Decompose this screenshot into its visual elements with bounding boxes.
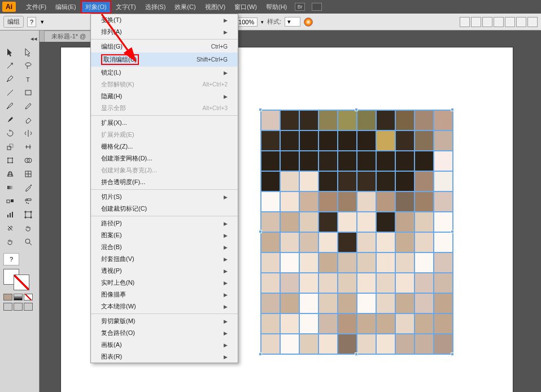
mosaic-cell[interactable] [357, 273, 376, 293]
menu-item-画板(A)[interactable]: 画板(A)▶ [91, 339, 238, 351]
mosaic-cell[interactable] [395, 252, 415, 273]
menu-item-变换(T)[interactable]: 变换(T)▶ [91, 14, 238, 26]
selection-handle[interactable] [259, 108, 262, 111]
mosaic-cell[interactable] [261, 191, 280, 212]
menu-选择(S)[interactable]: 选择(S) [141, 1, 171, 14]
menu-item-编组(G)[interactable]: 编组(G)Ctrl+G [91, 41, 238, 53]
mosaic-cell[interactable] [338, 334, 357, 354]
mosaic-cell[interactable] [280, 130, 299, 151]
mosaic-cell[interactable] [357, 191, 376, 212]
mosaic-cell[interactable] [338, 252, 357, 273]
mosaic-cell[interactable] [395, 110, 415, 130]
mosaic-cell[interactable] [434, 130, 453, 151]
rotate-tool[interactable] [1, 127, 19, 140]
mosaic-cell[interactable] [357, 293, 376, 313]
eyedropper-tool[interactable] [19, 181, 37, 194]
mosaic-cell[interactable] [338, 171, 357, 191]
menu-item-拼合透明度(F)...[interactable]: 拼合透明度(F)... [91, 176, 238, 188]
mosaic-cell[interactable] [434, 212, 453, 232]
color-swatches[interactable] [3, 269, 32, 291]
align-center-v-icon[interactable] [505, 17, 515, 27]
mosaic-cell[interactable] [376, 273, 395, 293]
reflect-tool[interactable] [19, 127, 37, 140]
column-graph-tool[interactable] [1, 208, 19, 221]
mosaic-cell[interactable] [261, 273, 280, 293]
artboard-tool[interactable] [19, 208, 37, 221]
mosaic-cell[interactable] [395, 130, 415, 151]
mosaic-cell[interactable] [376, 252, 395, 273]
mosaic-cell[interactable] [415, 151, 434, 171]
mosaic-cell[interactable] [357, 151, 376, 171]
none-mode-swatch[interactable] [24, 294, 33, 300]
mosaic-cell[interactable] [261, 151, 280, 171]
mosaic-cell[interactable] [434, 273, 453, 293]
mosaic-cell[interactable] [319, 191, 338, 212]
menu-item-切片(S)[interactable]: 切片(S)▶ [91, 191, 238, 203]
mosaic-cell[interactable] [357, 110, 376, 130]
menu-item-栅格化(Z)...[interactable]: 栅格化(Z)... [91, 141, 238, 153]
menu-帮助(H)[interactable]: 帮助(H) [261, 1, 291, 14]
mosaic-cell[interactable] [357, 212, 376, 232]
mosaic-cell[interactable] [415, 110, 434, 130]
mosaic-cell[interactable] [376, 293, 395, 313]
mosaic-cell[interactable] [261, 130, 280, 151]
mosaic-cell[interactable] [357, 334, 376, 354]
menu-item-文本绕排(W)[interactable]: 文本绕排(W)▶ [91, 300, 238, 312]
selection-handle[interactable] [259, 352, 262, 356]
menu-item-剪切蒙版(M)[interactable]: 剪切蒙版(M)▶ [91, 315, 238, 327]
mosaic-cell[interactable] [415, 232, 434, 252]
mosaic-cell[interactable] [415, 252, 434, 273]
collapse-icon[interactable]: ◂◂ [1, 32, 38, 45]
mosaic-cell[interactable] [415, 171, 434, 191]
menu-item-锁定(L)[interactable]: 锁定(L)▶ [91, 67, 238, 79]
align-right-icon[interactable] [482, 17, 492, 27]
mosaic-cell[interactable] [415, 334, 434, 354]
gradient-mode-swatch[interactable] [14, 294, 23, 300]
mosaic-cell[interactable] [395, 334, 415, 354]
mosaic-cell[interactable] [299, 212, 319, 232]
full-screen-icon[interactable] [24, 303, 33, 311]
mosaic-cell[interactable] [299, 273, 319, 293]
mosaic-cell[interactable] [338, 273, 357, 293]
mosaic-cell[interactable] [376, 212, 395, 232]
mosaic-cell[interactable] [299, 232, 319, 252]
mosaic-cell[interactable] [280, 273, 299, 293]
align-top-icon[interactable] [494, 17, 504, 27]
menu-item-复合路径(O)[interactable]: 复合路径(O)▶ [91, 327, 238, 339]
mosaic-cell[interactable] [319, 252, 338, 273]
mosaic-cell[interactable] [434, 232, 453, 252]
lasso-tool[interactable] [19, 59, 37, 72]
mosaic-cell[interactable] [299, 252, 319, 273]
mosaic-cell[interactable] [261, 232, 280, 252]
menu-视图(V)[interactable]: 视图(V) [200, 1, 230, 14]
color-mode-swatch[interactable] [3, 294, 12, 300]
pen-tool[interactable] [1, 72, 19, 86]
zoom-tool[interactable] [19, 235, 37, 249]
mosaic-cell[interactable] [415, 191, 434, 212]
mosaic-cell[interactable] [415, 212, 434, 232]
rectangle-tool[interactable] [19, 86, 37, 99]
align-bottom-icon[interactable] [516, 17, 526, 27]
selection-handle[interactable] [259, 230, 262, 233]
mosaic-cell[interactable] [395, 313, 415, 334]
style-dropdown[interactable]: ▾ [285, 17, 300, 27]
opacity-input[interactable]: 100% [235, 18, 258, 27]
mosaic-cell[interactable] [319, 232, 338, 252]
mosaic-cell[interactable] [338, 130, 357, 151]
mosaic-cell[interactable] [261, 252, 280, 273]
mosaic-cell[interactable] [415, 130, 434, 151]
symbol-sprayer-tool[interactable] [19, 194, 37, 208]
selection-handle[interactable] [355, 108, 358, 111]
mosaic-cell[interactable] [299, 313, 319, 334]
mosaic-object[interactable] [260, 110, 453, 355]
mosaic-cell[interactable] [338, 212, 357, 232]
mosaic-cell[interactable] [357, 171, 376, 191]
menu-item-创建渐变网格(D)...[interactable]: 创建渐变网格(D)... [91, 153, 238, 164]
mosaic-cell[interactable] [280, 232, 299, 252]
selection-handle[interactable] [451, 352, 454, 356]
mosaic-cell[interactable] [376, 313, 395, 334]
mosaic-cell[interactable] [319, 151, 338, 171]
blend-tool[interactable] [1, 194, 19, 208]
mosaic-cell[interactable] [376, 110, 395, 130]
mosaic-cell[interactable] [395, 151, 415, 171]
